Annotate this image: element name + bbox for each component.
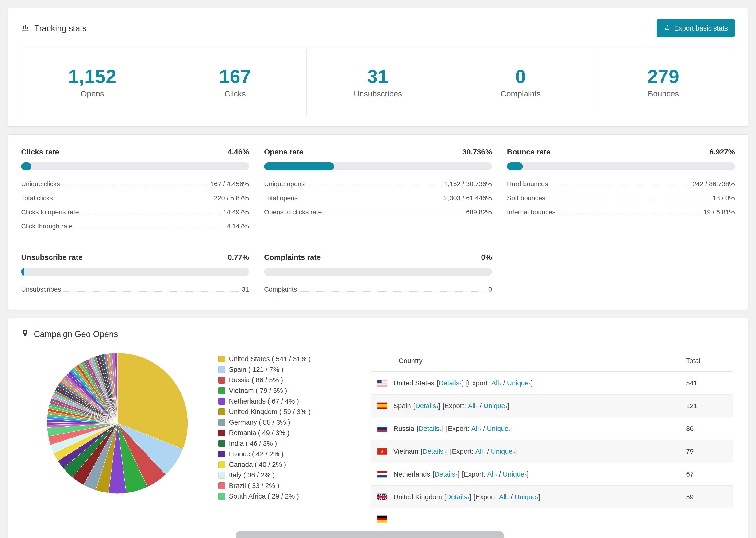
stat-value: 279 [592, 67, 735, 86]
rate-percent: 6.927% [709, 148, 735, 156]
metric-label: Unique opens [264, 180, 305, 188]
dotted-leader [55, 200, 212, 200]
export-all-link[interactable]: All› [499, 493, 509, 501]
table-row: Spain[Details›][Export: All› / Unique›]1… [371, 395, 733, 417]
bar-chart-icon [21, 23, 29, 33]
export-basic-stats-button[interactable]: Export basic stats [657, 19, 735, 37]
clicks-rate-panel: Clicks rate 4.46% Unique clicks167 / 4.4… [21, 148, 249, 233]
metric-value: 242 / 86.738% [692, 180, 735, 188]
chevron-right-icon: › [437, 404, 438, 409]
legend-swatch [218, 472, 225, 479]
stat-box-bounces: 279Bounces [592, 49, 735, 115]
stat-label: Clicks [164, 89, 306, 98]
rate-title: Clicks rate [21, 148, 59, 156]
progress-bar [264, 162, 492, 170]
details-link[interactable]: Details› [415, 402, 438, 410]
rate-metric-row: Complaints0 [264, 282, 492, 296]
map-pin-icon [21, 329, 29, 339]
export-unique-link[interactable]: Unique› [503, 470, 527, 478]
legend-label: United Kingdom ( 59 / 3% ) [229, 408, 311, 416]
flag-es-icon [377, 402, 387, 409]
country-total: 86 [686, 425, 733, 433]
dotted-leader [299, 291, 486, 292]
chevron-right-icon: › [529, 381, 531, 386]
horizontal-scrollbar-thumb[interactable] [236, 531, 504, 538]
details-link[interactable]: Details› [439, 379, 462, 387]
metric-value: 689.82% [466, 208, 492, 216]
export-all-link[interactable]: All› [487, 470, 497, 478]
legend-label: India ( 46 / 3% ) [229, 440, 277, 447]
stat-label: Bounces [592, 89, 735, 98]
metric-label: Hard bounces [507, 180, 548, 188]
rate-metric-row: Unique clicks167 / 4.456% [21, 177, 249, 191]
metric-label: Internal bounces [507, 208, 556, 216]
legend-swatch [218, 440, 225, 447]
details-link[interactable]: Details› [419, 425, 442, 433]
progress-bar [507, 162, 735, 170]
export-unique-link[interactable]: Unique› [507, 379, 531, 387]
stat-label: Unsubscribes [307, 89, 449, 98]
rate-title: Opens rate [264, 148, 303, 156]
chevron-right-icon: › [444, 449, 446, 455]
dotted-leader [300, 200, 442, 200]
stats-row: 1,152Opens167Clicks31Unsubscribes0Compla… [21, 49, 735, 115]
metric-value: 14.497% [223, 208, 249, 216]
rate-metric-row: Clicks to opens rate14.497% [21, 205, 249, 219]
legend-item: Canada ( 40 / 2% ) [218, 459, 354, 470]
rate-metric-row: Unsubscribes31 [21, 282, 249, 296]
legend-item: South Africa ( 29 / 2% ) [218, 491, 354, 502]
rate-metric-row: Unique opens1,152 / 30.736% [264, 177, 492, 191]
export-all-link[interactable]: All› [471, 425, 481, 433]
legend-swatch [218, 493, 225, 500]
details-link[interactable]: Details› [423, 448, 446, 456]
dotted-leader [63, 291, 240, 292]
rate-percent: 30.736% [462, 148, 492, 156]
export-unique-link[interactable]: Unique› [491, 448, 515, 456]
legend-item: India ( 46 / 3% ) [218, 438, 354, 449]
flag-vn-icon [377, 448, 387, 455]
geo-table: Country Total United States[Details›][Ex… [371, 350, 733, 525]
legend-item: Spain ( 121 / 7% ) [218, 364, 354, 375]
dotted-leader [550, 186, 690, 186]
dotted-leader [307, 186, 442, 186]
export-unique-link[interactable]: Unique› [514, 493, 538, 501]
stat-box-complaints: 0Complaints [449, 49, 592, 115]
chevron-right-icon: › [513, 449, 515, 455]
country-total: 79 [686, 448, 733, 456]
export-unique-link[interactable]: Unique› [483, 402, 507, 410]
country-name: United Kingdom [394, 493, 442, 501]
chevron-right-icon: › [480, 426, 481, 432]
stat-box-unsubscribes: 31Unsubscribes [306, 49, 449, 115]
details-link[interactable]: Details› [434, 470, 458, 478]
rate-title: Unsubscribe rate [21, 253, 82, 262]
stat-value: 167 [164, 67, 306, 86]
export-all-link[interactable]: All› [491, 379, 501, 387]
table-row: United Kingdom[Details›][Export: All› / … [371, 486, 733, 509]
legend-label: Brazil ( 33 / 2% ) [229, 482, 279, 490]
legend-swatch [218, 451, 225, 457]
dotted-leader [548, 200, 710, 200]
page-title: Tracking stats [34, 24, 87, 33]
legend-item: Germany ( 55 / 3% ) [218, 417, 354, 428]
country-total: 67 [686, 470, 733, 478]
details-link[interactable]: Details› [446, 493, 469, 501]
legend-swatch [218, 366, 225, 373]
legend-item: Vietnam ( 79 / 5% ) [218, 385, 354, 396]
stat-box-clicks: 167Clicks [164, 49, 307, 115]
metric-label: Opens to clicks rate [264, 208, 322, 216]
legend-label: France ( 42 / 2% ) [229, 450, 283, 458]
country-name: Russia [394, 425, 414, 433]
stat-label: Complaints [449, 89, 592, 98]
complaints-rate-panel: Complaints rate 0% Complaints0 [264, 253, 492, 296]
stat-label: Opens [21, 89, 164, 98]
geo-pie-legend: United States ( 541 / 31% )Spain ( 121 /… [218, 350, 354, 502]
export-all-link[interactable]: All› [468, 402, 478, 410]
country-total: 59 [686, 493, 733, 501]
legend-label: Spain ( 121 / 7% ) [229, 366, 283, 373]
chevron-right-icon: › [509, 426, 511, 432]
export-all-link[interactable]: All› [475, 448, 485, 456]
export-unique-link[interactable]: Unique› [487, 425, 511, 433]
metric-value: 4.147% [227, 223, 249, 230]
legend-label: Germany ( 55 / 3% ) [229, 418, 290, 426]
chevron-right-icon: › [500, 381, 501, 386]
